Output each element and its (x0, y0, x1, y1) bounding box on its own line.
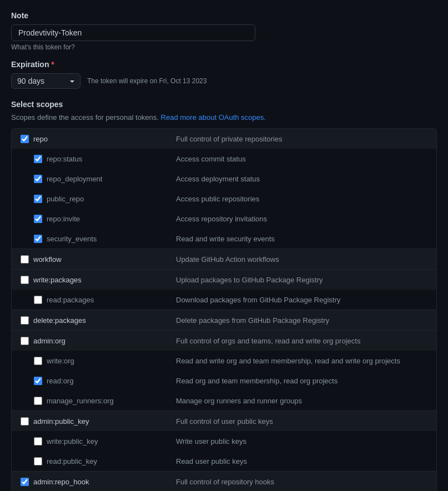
scope-desc-admin-repo-hook: Full control of repository hooks (176, 478, 427, 486)
checkbox-workflow[interactable] (21, 255, 29, 264)
scope-name-read-packages: read:packages (47, 296, 94, 304)
scope-row-repo-invite: repo:invite Access repository invitation… (12, 209, 436, 229)
scope-row-public-repo: public_repo Access public repositories (12, 189, 436, 209)
scope-name-repo: repo (33, 135, 48, 143)
note-input[interactable] (11, 24, 255, 41)
scope-row-admin-org: admin:org Full control of orgs and teams… (12, 331, 436, 351)
scopes-table: repo Full control of private repositorie… (11, 128, 437, 491)
scope-row-workflow: workflow Update GitHub Action workflows (12, 249, 436, 269)
note-label: Note (11, 11, 437, 20)
checkbox-repo-deployment[interactable] (34, 175, 42, 183)
checkbox-write-packages[interactable] (21, 276, 29, 284)
scope-group-delete-packages: delete:packages Delete packages from Git… (12, 310, 436, 331)
note-hint: What's this token for? (11, 43, 437, 51)
scope-name-admin-repo-hook: admin:repo_hook (33, 478, 89, 486)
scope-name-admin-org: admin:org (33, 337, 66, 345)
expiration-label: Expiration * (11, 60, 437, 69)
checkbox-admin-org[interactable] (21, 337, 29, 345)
checkbox-repo[interactable] (21, 135, 29, 143)
checkbox-public-repo[interactable] (34, 195, 42, 203)
scope-name-repo-status: repo:status (47, 155, 82, 163)
scopes-label: Select scopes (11, 100, 437, 109)
expiration-section: Expiration * 30 days 60 days 90 days 180… (11, 60, 437, 89)
scope-row-security-events: security_events Read and write security … (12, 229, 436, 249)
checkbox-delete-packages[interactable] (21, 316, 29, 325)
scope-row-manage-runners-org: manage_runners:org Manage org runners an… (12, 391, 436, 411)
expiration-select[interactable]: 30 days 60 days 90 days 180 days 1 year … (11, 73, 80, 89)
scope-name-repo-invite: repo:invite (47, 215, 80, 223)
scope-group-admin-public-key: admin:public_key Full control of user pu… (12, 411, 436, 472)
scope-desc-workflow: Update GitHub Action workflows (176, 255, 427, 264)
scope-row-read-public-key: read:public_key Read user public keys (12, 451, 436, 471)
scope-row-read-org: read:org Read org and team membership, r… (12, 371, 436, 391)
checkbox-admin-public-key[interactable] (21, 417, 29, 426)
scope-desc-write-public-key: Write user public keys (176, 437, 427, 446)
scope-group-admin-org: admin:org Full control of orgs and teams… (12, 331, 436, 411)
scope-desc-security-events: Read and write security events (176, 235, 427, 243)
scope-name-security-events: security_events (47, 235, 97, 243)
checkbox-read-packages[interactable] (34, 296, 42, 304)
scope-row-admin-public-key: admin:public_key Full control of user pu… (12, 411, 436, 431)
scope-row-write-packages: write:packages Upload packages to GitHub… (12, 270, 436, 290)
scope-name-delete-packages: delete:packages (33, 316, 86, 325)
note-section: Note What's this token for? (11, 11, 437, 51)
scope-desc-repo-invite: Access repository invitations (176, 215, 427, 223)
scope-name-admin-public-key: admin:public_key (33, 417, 89, 426)
scope-name-read-public-key: read:public_key (47, 457, 97, 465)
scope-row-write-org: write:org Read and write org and team me… (12, 351, 436, 371)
scopes-description: Scopes define the access for personal to… (11, 113, 437, 122)
scope-row-admin-repo-hook: admin:repo_hook Full control of reposito… (12, 472, 436, 491)
scope-name-read-org: read:org (47, 377, 73, 385)
scope-group-workflow: workflow Update GitHub Action workflows (12, 249, 436, 270)
scope-group-write-packages: write:packages Upload packages to GitHub… (12, 270, 436, 310)
scope-desc-write-org: Read and write org and team membership, … (176, 357, 427, 365)
scope-name-public-repo: public_repo (47, 195, 84, 203)
scope-name-repo-deployment: repo_deployment (47, 175, 102, 183)
checkbox-write-org[interactable] (34, 357, 42, 365)
scope-desc-admin-public-key: Full control of user public keys (176, 417, 427, 426)
scope-row-delete-packages: delete:packages Delete packages from Git… (12, 310, 436, 330)
scope-desc-public-repo: Access public repositories (176, 195, 427, 203)
scope-desc-repo-status: Access commit status (176, 155, 427, 163)
scope-name-write-public-key: write:public_key (47, 437, 98, 446)
scopes-section: Select scopes Scopes define the access f… (11, 100, 437, 491)
scope-desc-delete-packages: Delete packages from GitHub Package Regi… (176, 316, 427, 325)
checkbox-repo-status[interactable] (34, 155, 42, 163)
checkbox-repo-invite[interactable] (34, 215, 42, 223)
scope-desc-read-packages: Download packages from GitHub Package Re… (176, 296, 427, 304)
scope-desc-repo-deployment: Access deployment status (176, 175, 427, 183)
scope-row-repo: repo Full control of private repositorie… (12, 129, 436, 149)
checkbox-write-public-key[interactable] (34, 437, 42, 446)
scope-name-workflow: workflow (33, 255, 62, 264)
scope-name-write-packages: write:packages (33, 276, 82, 284)
checkbox-admin-repo-hook[interactable] (21, 478, 29, 486)
scope-desc-manage-runners-org: Manage org runners and runner groups (176, 397, 427, 405)
scope-name-write-org: write:org (47, 357, 74, 365)
scope-desc-read-org: Read org and team membership, read org p… (176, 377, 427, 385)
scope-row-repo-status: repo:status Access commit status (12, 149, 436, 169)
required-star: * (51, 60, 54, 69)
scope-desc-admin-org: Full control of orgs and teams, read and… (176, 337, 427, 345)
scope-group-admin-repo-hook: admin:repo_hook Full control of reposito… (12, 472, 436, 491)
checkbox-read-org[interactable] (34, 377, 42, 385)
scope-group-repo: repo Full control of private repositorie… (12, 129, 436, 249)
scope-row-repo-deployment: repo_deployment Access deployment status (12, 169, 436, 189)
scope-desc-repo: Full control of private repositories (176, 135, 427, 143)
scope-row-write-public-key: write:public_key Write user public keys (12, 431, 436, 451)
checkbox-manage-runners-org[interactable] (34, 397, 42, 405)
oauth-scopes-link[interactable]: Read more about OAuth scopes. (161, 113, 266, 122)
expire-note: The token will expire on Fri, Oct 13 202… (87, 77, 207, 85)
scope-row-read-packages: read:packages Download packages from Git… (12, 290, 436, 310)
checkbox-read-public-key[interactable] (34, 457, 42, 465)
checkbox-security-events[interactable] (34, 235, 42, 243)
scope-desc-write-packages: Upload packages to GitHub Package Regist… (176, 276, 427, 284)
scope-name-manage-runners-org: manage_runners:org (47, 397, 114, 405)
scope-desc-read-public-key: Read user public keys (176, 457, 427, 465)
